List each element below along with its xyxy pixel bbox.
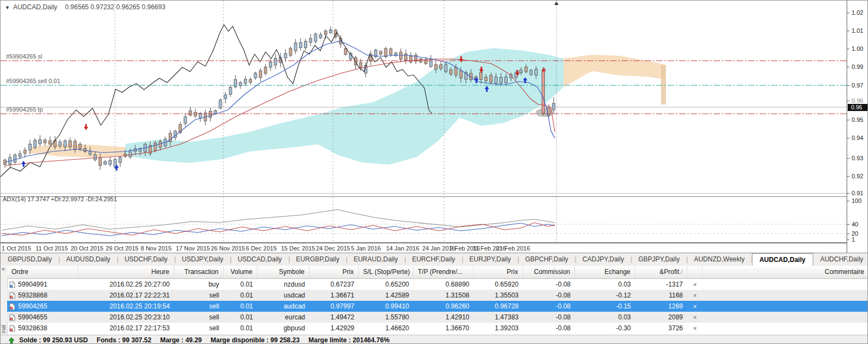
collapse-triangle-icon[interactable]: ▼ [5,5,10,10]
chart-tab-gbpjpy-daily[interactable]: GBPJPY,Daily| [631,253,687,266]
chart-tab-usdchf-daily[interactable]: USDCHF,Daily| [117,253,175,266]
date-axis-label: 5 Jan 2016 [351,245,381,252]
terminal-tab-label[interactable]: inal [1,325,7,334]
column-header-prix[interactable]: Prix [309,266,359,278]
order-cell: 1.39203 [474,323,523,334]
order-id: 59904655 [18,312,47,323]
order-cell: 3726 [635,323,687,334]
chart-tab-euraud-daily[interactable]: EURAUD,Daily| [347,253,405,266]
order-cell: 1.46620 [359,323,413,334]
order-cell: 0.01 [223,279,257,290]
order-row-59904655[interactable]: 599046552016.02.25 20:23:10sell0.01eurca… [7,312,868,323]
date-axis-label: 20 Oct 2015 [71,245,104,252]
column-header--profit[interactable]: &Profit/ [635,266,687,278]
chart-tab-audcad-daily[interactable]: AUDCAD,Daily [752,253,813,266]
sell-order-line-label[interactable]: #59904265 sell 0.01 [6,78,60,84]
order-cell: 1.49472 [309,312,359,323]
column-header-transaction[interactable]: Transaction [174,266,223,278]
axis-label: 0.94 [852,135,863,141]
order-cell: sell [174,290,223,301]
price-chart-canvas[interactable] [1,1,847,243]
order-cell: -0.12 [575,290,635,301]
close-position-button[interactable]: × [687,290,703,301]
column-header-commentaire[interactable]: Commentaire [703,266,868,278]
order-cell [703,279,868,290]
order-cell: -0.15 [575,301,635,312]
date-axis-label: 14 Jan 2016 [386,245,419,252]
chart-tab-gbpusd-daily[interactable]: GBPUSD,Daily| [1,253,59,266]
close-position-button[interactable]: × [687,279,703,290]
date-axis[interactable]: 1 Oct 201511 Oct 201520 Oct 201529 Oct 2… [1,243,847,253]
order-cell: 0.96260 [413,301,474,312]
column-header-s-l-stop-perte-[interactable]: S/L (Stop/Perte) [359,266,413,278]
axis-label: 0.97 [852,82,863,89]
order-cell: 0.67237 [309,279,359,290]
date-axis-label: 29 Oct 2015 [106,245,139,252]
order-id: 59904991 [18,279,47,290]
order-cell: 0.99410 [359,301,413,312]
order-cell: gbpusd [257,323,309,334]
order-row-59904991[interactable]: 599049912016.02.25 20:27:00buy0.01nzdusd… [7,279,868,290]
order-cell: audcad [257,301,309,312]
axis-label: 0.91 [852,190,863,196]
order-cell: 2016.02.25 20:19:54 [78,301,174,312]
chart-tab-audusd-daily[interactable]: AUDUSD,Daily| [59,253,118,266]
order-cell: 1.36670 [413,323,474,334]
close-position-button[interactable]: × [687,301,703,312]
chart-tab-usdcad-daily[interactable]: USDCAD,Daily| [231,253,289,266]
order-cell [703,290,868,301]
order-cell: 0.65200 [359,279,413,290]
order-cell: 0.03 [575,279,635,290]
order-cell: -0.30 [575,323,635,334]
order-sell-icon [9,303,15,310]
column-header-volume[interactable]: Volume [223,266,257,278]
order-row-59328868[interactable]: 593288682016.02.17 22:22:31sell0.01usdca… [7,290,868,301]
close-position-button[interactable]: × [687,323,703,334]
chart-tab-audnzd-weekly[interactable]: AUDNZD,Weekly| [687,253,751,266]
order-id: 59328868 [18,290,47,301]
chart-tab-audchf-daily[interactable]: AUDCHF,Daily| [813,253,868,266]
order-cell: 1.35503 [474,290,523,301]
axis-label: 0.95 [852,116,863,123]
chart-tab-usdjpy-daily[interactable]: USDJPY,Daily| [175,253,231,266]
orders-table-header[interactable]: OrdreHeureTransactionVolumeSymbolePrixS/… [7,266,868,279]
chart-tab-gbpchf-daily[interactable]: GBPCHF,Daily| [518,253,576,266]
order-cell: 0.96728 [474,301,523,312]
column-header-heure[interactable]: Heure [78,266,174,278]
status-item: Marge disponible : 99 258.23 [210,336,300,344]
order-cell: -0.08 [523,312,575,323]
stop-loss-line-label[interactable]: #59904265 sl [6,53,42,60]
chart-tab-eurjpy-daily[interactable]: EURJPY,Daily| [462,253,518,266]
price-axis[interactable]: 0.96 1.021.011.000.990.970.960.950.940.9… [847,1,868,253]
chart-ohlc-values: 0.96565 0.97232 0.96265 0.96693 [65,3,166,11]
order-cell: 1.42589 [359,290,413,301]
column-header-t-p-prendre-[interactable]: T/P (Prendre/... [413,266,474,278]
order-cell: 0.01 [223,312,257,323]
column-header-ordre[interactable]: Ordre [7,266,78,278]
take-profit-line-label[interactable]: #59904265 tp [6,106,43,113]
order-row-59328638[interactable]: 593286382016.02.17 22:17:53sell0.01gbpus… [7,323,868,334]
column-header-close[interactable] [687,266,703,278]
order-cell: 0.03 [575,312,635,323]
date-axis-label: 8 Nov 2015 [141,245,171,252]
axis-label: 1.02 [852,9,863,16]
order-cell: 1.55780 [359,312,413,323]
order-cell: 2016.02.17 22:17:53 [78,323,174,334]
column-header-symbole[interactable]: Symbole [257,266,309,278]
column-header-prix[interactable]: Prix [474,266,523,278]
column-header-echange[interactable]: Echange [575,266,635,278]
order-cell: -0.08 [523,290,575,301]
order-cell: 2016.02.25 20:23:10 [78,312,174,323]
chart-tab-eurgbp-daily[interactable]: EURGBP,Daily| [289,253,347,266]
order-id-cell: 59904991 [7,279,78,290]
column-header-commission[interactable]: Commission [523,266,575,278]
axis-label: 100 [852,197,861,204]
price-chart-pane[interactable]: ▼AUDCAD,Daily0.96565 0.97232 0.96265 0.9… [1,1,868,243]
order-row-59904265[interactable]: 599042652016.02.25 20:19:54sell0.01audca… [7,301,868,312]
terminal-close-icon[interactable]: × [2,267,5,272]
chart-tab-cadjpy-daily[interactable]: CADJPY,Daily| [576,253,631,266]
close-position-button[interactable]: × [687,312,703,323]
order-cell: 0.68890 [413,279,474,290]
chart-tab-eurchf-daily[interactable]: EURCHF,Daily| [405,253,462,266]
order-cell: sell [174,312,223,323]
